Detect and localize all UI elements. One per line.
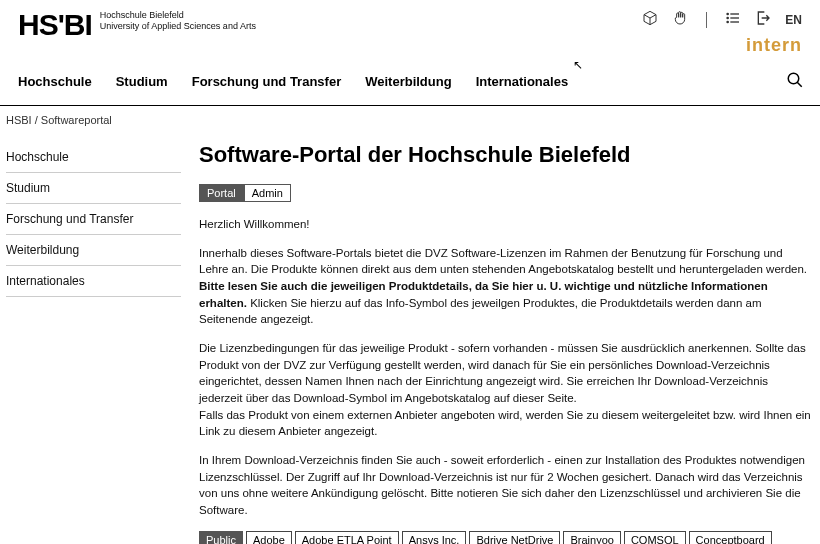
logout-icon[interactable] bbox=[755, 10, 771, 29]
breadcrumb: HSBI / Softwareportal bbox=[0, 106, 820, 142]
tab-admin[interactable]: Admin bbox=[244, 184, 291, 202]
svg-line-7 bbox=[797, 82, 802, 87]
nav-hochschule[interactable]: Hochschule bbox=[6, 68, 104, 95]
category-adobe-etla-point[interactable]: Adobe ETLA Point bbox=[295, 531, 399, 544]
cube-icon[interactable] bbox=[642, 10, 658, 29]
breadcrumb-current: Softwareportal bbox=[41, 114, 112, 126]
sidebar: Hochschule Studium Forschung und Transfe… bbox=[6, 142, 181, 544]
nav-studium[interactable]: Studium bbox=[104, 68, 180, 95]
download-paragraph: In Ihrem Download-Verzeichnis finden Sie… bbox=[199, 452, 814, 519]
logo-subtitle: Hochschule Bielefeld University of Appli… bbox=[100, 10, 256, 32]
nav-weiterbildung[interactable]: Weiterbildung bbox=[353, 68, 463, 95]
main-content: Software-Portal der Hochschule Bielefeld… bbox=[199, 142, 814, 544]
sidebar-item-studium[interactable]: Studium bbox=[6, 173, 181, 204]
svg-point-6 bbox=[788, 73, 799, 84]
category-ansys-inc-[interactable]: Ansys Inc. bbox=[402, 531, 467, 544]
list-icon[interactable] bbox=[725, 10, 741, 29]
main-nav: Hochschule Studium Forschung und Transfe… bbox=[0, 58, 820, 106]
nav-forschung[interactable]: Forschung und Transfer bbox=[180, 68, 354, 95]
intern-label[interactable]: intern bbox=[746, 35, 802, 56]
sidebar-item-hochschule[interactable]: Hochschule bbox=[6, 142, 181, 173]
category-conceptboard[interactable]: Conceptboard bbox=[689, 531, 772, 544]
svg-point-5 bbox=[727, 21, 728, 22]
hand-icon[interactable] bbox=[672, 10, 688, 29]
sidebar-item-internationales[interactable]: Internationales bbox=[6, 266, 181, 297]
category-adobe[interactable]: Adobe bbox=[246, 531, 292, 544]
separator bbox=[706, 12, 707, 28]
logo-text: HS'BI bbox=[18, 10, 92, 40]
page-title: Software-Portal der Hochschule Bielefeld bbox=[199, 142, 814, 168]
nav-internationales[interactable]: Internationales bbox=[464, 68, 580, 95]
welcome-text: Herzlich Willkommen! bbox=[199, 216, 814, 233]
language-toggle[interactable]: EN bbox=[785, 13, 802, 27]
breadcrumb-home[interactable]: HSBI bbox=[6, 114, 32, 126]
search-icon[interactable] bbox=[786, 71, 804, 93]
site-logo[interactable]: HS'BI Hochschule Bielefeld University of… bbox=[18, 10, 256, 40]
category-comsol[interactable]: COMSOL bbox=[624, 531, 686, 544]
category-public[interactable]: Public bbox=[199, 531, 243, 544]
svg-point-3 bbox=[727, 13, 728, 14]
svg-point-4 bbox=[727, 17, 728, 18]
tab-portal[interactable]: Portal bbox=[199, 184, 244, 202]
sidebar-item-forschung[interactable]: Forschung und Transfer bbox=[6, 204, 181, 235]
category-list: PublicAdobeAdobe ETLA PointAnsys Inc.Bdr… bbox=[199, 531, 814, 544]
license-paragraph: Die Lizenzbedingungen für das jeweilige … bbox=[199, 340, 814, 440]
tab-row: PortalAdmin bbox=[199, 184, 814, 202]
category-brainyoo[interactable]: Brainyoo bbox=[563, 531, 620, 544]
sidebar-item-weiterbildung[interactable]: Weiterbildung bbox=[6, 235, 181, 266]
intro-paragraph: Innerhalb dieses Software-Portals bietet… bbox=[199, 245, 814, 328]
category-bdrive-netdrive[interactable]: Bdrive NetDrive bbox=[469, 531, 560, 544]
